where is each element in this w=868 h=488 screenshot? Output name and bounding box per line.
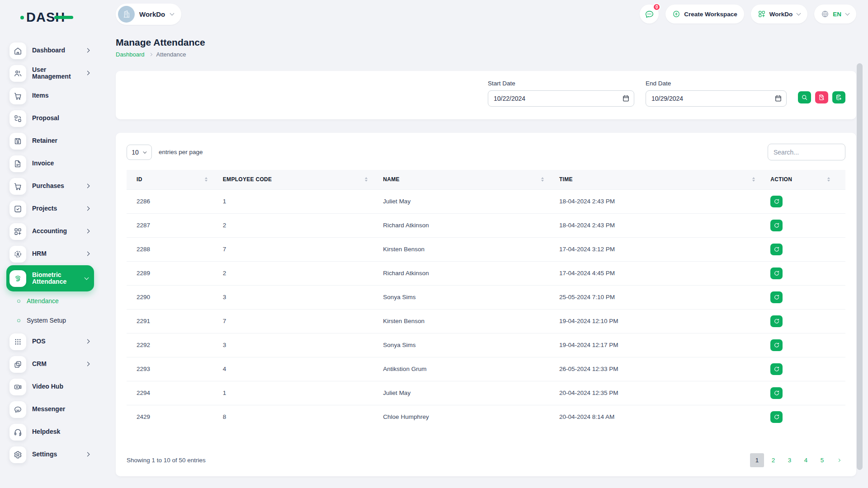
app-root: DASH Dashboard User Management Items Pr [0,0,868,488]
squares-icon [9,356,26,373]
row-sync-button[interactable] [770,387,783,399]
column-header-name[interactable]: NAME [373,170,549,189]
file-icon [9,155,26,172]
row-sync-button[interactable] [770,291,783,303]
sidebar-item[interactable]: Items [0,84,95,107]
cell-id: 2290 [127,285,213,309]
row-sync-button[interactable] [770,196,783,207]
scan-user-icon [9,246,26,263]
column-header-time[interactable]: TIME [549,170,760,189]
calendar-icon[interactable] [622,94,630,102]
sidebar-item[interactable]: Biometric Attendance [6,265,94,291]
column-header-employee-code[interactable]: EMPLOYEE CODE [213,170,373,189]
cell-id: 2286 [127,189,213,213]
page-button[interactable]: 1 [750,453,764,467]
sidebar-item[interactable]: User Management [0,62,95,84]
cell-employee-code: 1 [213,189,373,213]
cell-employee-code: 4 [213,357,373,381]
row-sync-button[interactable] [770,315,783,327]
cell-employee-code: 7 [213,237,373,261]
breadcrumb-home-link[interactable]: Dashboard [116,51,145,58]
breadcrumb-current: Attendance [156,51,186,58]
cell-action [760,381,845,405]
table-row: 2291 7 Kirsten Benson 19-04-2024 12:10 P… [127,309,845,333]
sidebar-item[interactable]: CRM [0,353,95,375]
brand-logo[interactable]: DASH [26,10,65,25]
column-header-action[interactable]: ACTION [760,170,845,189]
page-title: Manage Attendance [116,37,856,48]
cell-time: 18-04-2024 2:43 PM [549,189,760,213]
sidebar-item[interactable]: Video Hub [0,375,95,398]
table-row: 2288 7 Kirsten Benson 17-04-2024 3:12 PM [127,237,845,261]
table-row: 2289 2 Richard Atkinson 17-04-2024 4:45 … [127,261,845,285]
page-button[interactable]: 2 [766,453,780,467]
dots-grid-icon [9,333,26,350]
topbar: WorkDo 0 Create Workspace WorkDo [116,0,856,28]
sidebar-item[interactable]: Invoice [0,152,95,175]
cell-time: 20-04-2024 12:35 PM [549,381,760,405]
grid-plus-icon [9,223,26,240]
brand-logo-text: DASH [26,10,65,24]
sidebar-item[interactable]: Projects [0,197,95,220]
row-sync-button[interactable] [770,411,783,423]
entries-per-page-select[interactable]: 10 [127,145,152,160]
globe-icon [821,10,829,18]
filter-export-button[interactable] [832,91,845,103]
cell-employee-code: 8 [213,405,373,429]
sidebar-item[interactable]: POS [0,330,95,353]
column-header-id[interactable]: ID [127,170,213,189]
sync-icon [774,390,780,396]
messages-button[interactable]: 0 [640,5,659,23]
page-scrollbar[interactable] [856,0,868,488]
sort-icon [752,177,755,182]
cell-time: 19-04-2024 12:10 PM [549,309,760,333]
next-page-button[interactable] [831,453,845,467]
cell-name: Sonya Sims [373,285,549,309]
row-sync-button[interactable] [770,267,783,279]
file-slash-icon [818,94,825,101]
sidebar-item[interactable]: Accounting [0,220,95,243]
sync-icon [774,294,780,300]
sidebar-item[interactable]: Helpdesk [0,421,95,443]
sidebar-item-label: System Setup [27,317,66,324]
users-icon [9,65,26,82]
table-row: 2429 8 Chloe Humphrey 20-04-2024 8:14 AM [127,405,845,429]
cell-name: Kirsten Benson [373,309,549,333]
row-sync-button[interactable] [770,363,783,375]
scrollbar-thumb[interactable] [857,63,863,470]
sidebar-item[interactable]: HRM [0,243,95,265]
sidebar-item[interactable]: Retainer [0,130,95,152]
page-button[interactable]: 5 [815,453,829,467]
table-row: 2290 3 Sonya Sims 25-05-2024 7:10 PM [127,285,845,309]
sidebar-item[interactable]: Dashboard [0,39,95,62]
sidebar-item[interactable]: System Setup [0,311,95,330]
page-button[interactable]: 3 [783,453,797,467]
language-button[interactable]: EN [814,5,856,23]
row-sync-button[interactable] [770,220,783,231]
table-search-input[interactable] [768,144,845,160]
sidebar-item[interactable]: Attendance [0,291,95,311]
filter-clear-button[interactable] [815,91,828,103]
sidebar-item[interactable]: Purchases [0,175,95,197]
filter-search-button[interactable] [798,91,811,103]
create-workspace-button[interactable]: Create Workspace [665,5,744,23]
sidebar-item-label: Invoice [32,160,54,167]
sidebar-item[interactable]: Settings [0,443,95,466]
row-sync-button[interactable] [770,244,783,255]
cell-action [760,213,845,237]
home-icon [9,42,26,59]
sync-icon [774,198,780,205]
cell-id: 2294 [127,381,213,405]
end-date-input[interactable] [646,90,787,107]
sidebar-item-label: Proposal [32,115,59,122]
workspace-switcher[interactable]: WorkDo [116,4,181,25]
topbar-actions: 0 Create Workspace WorkDo EN [640,5,856,23]
calendar-icon[interactable] [774,94,782,102]
workspace-menu-button[interactable]: WorkDo [751,5,808,23]
start-date-input[interactable] [488,90,634,107]
row-sync-button[interactable] [770,339,783,351]
cell-name: Kirsten Benson [373,237,549,261]
sidebar-item[interactable]: Messenger [0,398,95,421]
page-button[interactable]: 4 [799,453,813,467]
sidebar-item[interactable]: Proposal [0,107,95,130]
